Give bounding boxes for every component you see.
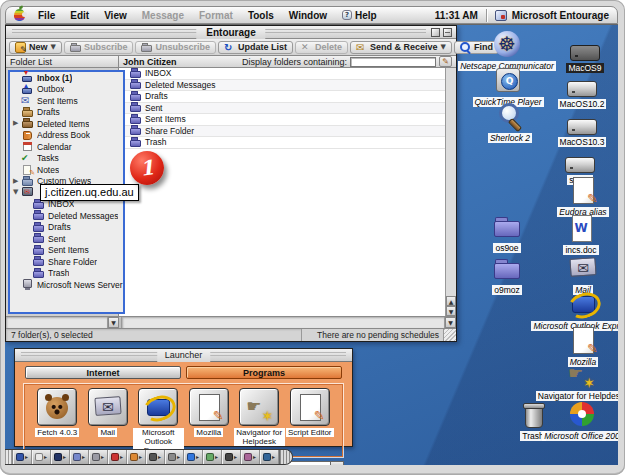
main-horizontal-scrollbar[interactable]: [122, 317, 445, 328]
sidebar-item-sent-items[interactable]: Sent Items: [10, 245, 123, 257]
control-strip-printer-selector[interactable]: ▸: [108, 450, 127, 464]
control-strip-monitor-resolution[interactable]: ▸: [203, 450, 222, 464]
control-strip-sound-source[interactable]: ▸: [241, 450, 260, 464]
active-app-name[interactable]: Microsoft Entourage: [512, 10, 609, 21]
update-list-button[interactable]: Update List: [218, 41, 293, 54]
control-strip-grip[interactable]: [5, 450, 13, 464]
disclosure-collapsed-icon[interactable]: ▶: [13, 118, 21, 129]
filter-options-button[interactable]: ✎: [439, 56, 452, 67]
sidebar-item-tasks[interactable]: Tasks: [10, 153, 123, 165]
sidebar-item-label: Drafts: [37, 107, 60, 117]
menu-view[interactable]: View: [104, 10, 127, 21]
control-strip-pull-tab[interactable]: [279, 450, 292, 464]
folder-row-deleted-messages[interactable]: Deleted Messages: [119, 80, 445, 92]
desktop-icon-navigator-for-helpdesk[interactable]: Navigator for Helpdesk: [549, 359, 613, 401]
drive-icon: [565, 157, 595, 173]
control-strip-energy-saver[interactable]: ▸: [51, 450, 70, 464]
sidebar-horizontal-scrollbar[interactable]: [6, 317, 108, 328]
sidebar-item-drafts[interactable]: Drafts: [10, 107, 123, 119]
sidebar-item-sent[interactable]: Sent: [10, 233, 123, 245]
control-strip-printing[interactable]: ▸: [165, 450, 184, 464]
window-title-bar[interactable]: Entourage: [6, 26, 456, 39]
launcher-item-microsoft-outlook-express: Microsoft Outlook Express: [133, 388, 184, 455]
apple-menu-icon[interactable]: [14, 9, 25, 21]
sidebar-item-address-book[interactable]: Address Book: [10, 130, 123, 142]
desktop-icon-macos10-2[interactable]: MacOS10.2: [550, 69, 614, 109]
launcher-tab-internet[interactable]: Internet: [25, 366, 181, 379]
launcher-item-fetch-4-0-3: Fetch 4.0.3: [32, 388, 83, 437]
sidebar-item-share-folder[interactable]: Share Folder: [10, 256, 123, 268]
sidebar-item-calendar[interactable]: Calendar: [10, 141, 123, 153]
sidebar-item-label: Drafts: [48, 222, 71, 232]
sidebar-hscroll-arrow[interactable]: ▼: [108, 317, 119, 328]
control-strip-file-sharing[interactable]: ▸: [70, 450, 89, 464]
control-strip-desktop-pattern[interactable]: ▸: [146, 450, 165, 464]
scroll-down-arrow[interactable]: ▼: [446, 306, 456, 316]
entourage-app-icon[interactable]: [495, 10, 507, 21]
menu-format[interactable]: Format: [199, 10, 233, 21]
launcher-button-fetch-4-0-3[interactable]: [37, 388, 77, 426]
folder-row-trash[interactable]: Trash: [119, 137, 445, 149]
main-vertical-scrollbar[interactable]: ▲ ▼: [445, 68, 456, 316]
launcher-button-microsoft-outlook-express[interactable]: [138, 388, 178, 426]
sidebar-item-microsoft-news-server[interactable]: Microsoft News Server: [10, 279, 123, 291]
collapse-box-button[interactable]: [443, 28, 452, 37]
filter-input[interactable]: [350, 57, 436, 67]
sidebar-item-notes[interactable]: Notes: [10, 164, 123, 176]
sidebar-item-deleted-items[interactable]: ▶Deleted Items: [10, 118, 123, 130]
control-strip-sound-volume[interactable]: ▸: [222, 450, 241, 464]
control-strip-clock[interactable]: ▸: [32, 450, 51, 464]
control-strip-security-lock[interactable]: ▸: [89, 450, 108, 464]
launcher-title-bar[interactable]: Launcher: [15, 349, 352, 362]
outlook-express-icon: [568, 289, 598, 319]
disclosure-expanded-icon[interactable]: ▼: [13, 187, 21, 198]
launcher-button-navigator-for-helpdesk[interactable]: [239, 388, 279, 426]
menu-edit[interactable]: Edit: [70, 10, 89, 21]
module-arrow-icon: ▸: [82, 453, 85, 461]
folder-row-sent-items[interactable]: Sent Items: [119, 114, 445, 126]
mail-account-icon: [21, 187, 34, 198]
scroll-up-arrow[interactable]: ▲: [446, 296, 456, 306]
desktop-icon-o9moz[interactable]: o9moz: [475, 253, 539, 295]
new-button[interactable]: New▼: [9, 41, 62, 54]
control-strip-display-settings[interactable]: ▸: [13, 450, 32, 464]
deleted-items-icon: [21, 118, 34, 129]
sidebar-item-drafts[interactable]: Drafts: [10, 222, 123, 234]
folder-row-share-folder[interactable]: Share Folder: [119, 126, 445, 138]
desktop-icon-os9oe[interactable]: os9oe: [475, 211, 539, 253]
menu-tools[interactable]: Tools: [248, 10, 274, 21]
menu-help[interactable]: ?Help: [342, 10, 377, 21]
control-strip-quicktime[interactable]: ▸: [184, 450, 203, 464]
launcher-tab-programs[interactable]: Programs: [186, 366, 342, 379]
drafts-icon: [21, 107, 34, 118]
disclosure-collapsed-icon[interactable]: ▶: [13, 176, 21, 187]
folder-row-inbox[interactable]: INBOX: [119, 68, 445, 80]
desktop-icon-macos10-3[interactable]: MacOS10.3: [550, 107, 614, 147]
control-strip-monitor-depth[interactable]: ▸: [127, 450, 146, 464]
desktop-icon-sherlock-2[interactable]: Sherlock 2: [478, 101, 542, 143]
launcher-button-mail[interactable]: [88, 388, 128, 426]
menu-message[interactable]: Message: [142, 10, 184, 21]
sidebar-item-trash[interactable]: Trash: [10, 268, 123, 280]
sidebar-item-deleted-messages[interactable]: Deleted Messages: [10, 210, 123, 222]
main-hscroll-arrow[interactable]: ▼: [445, 317, 456, 328]
menu-file[interactable]: File: [38, 10, 55, 21]
menu-window[interactable]: Window: [289, 10, 327, 21]
folder-row-sent[interactable]: Sent: [119, 103, 445, 115]
send-receive-button[interactable]: Send & Receive▼: [350, 41, 452, 54]
folder-row-drafts[interactable]: Drafts: [119, 91, 445, 103]
desktop-icon-microsoft-office-200[interactable]: Microsoft Office 200: [550, 399, 614, 441]
sidebar-item-j-citizen-uq-edu-au[interactable]: ▼j.citizen.uq.edu.au1: [10, 187, 123, 199]
sidebar-item-outbox[interactable]: Outbox: [10, 84, 123, 96]
desktop-icon-incs-doc[interactable]: incs.doc: [549, 213, 613, 255]
desktop-icon-macos9[interactable]: MacOS9: [553, 33, 617, 73]
control-strip-remote-access[interactable]: ▸: [260, 450, 279, 464]
help-menu-icon: ?: [342, 10, 352, 20]
mail-icon: [93, 392, 123, 422]
desktop-icon-eudora-alias[interactable]: Eudora alias: [551, 175, 615, 217]
sidebar-item-sent-items[interactable]: Sent Items: [10, 95, 123, 107]
launcher-button-mozilla[interactable]: [189, 388, 229, 426]
launcher-button-script-editor[interactable]: [290, 388, 330, 426]
resize-grip[interactable]: [443, 329, 456, 341]
zoom-box-button[interactable]: [431, 28, 440, 37]
